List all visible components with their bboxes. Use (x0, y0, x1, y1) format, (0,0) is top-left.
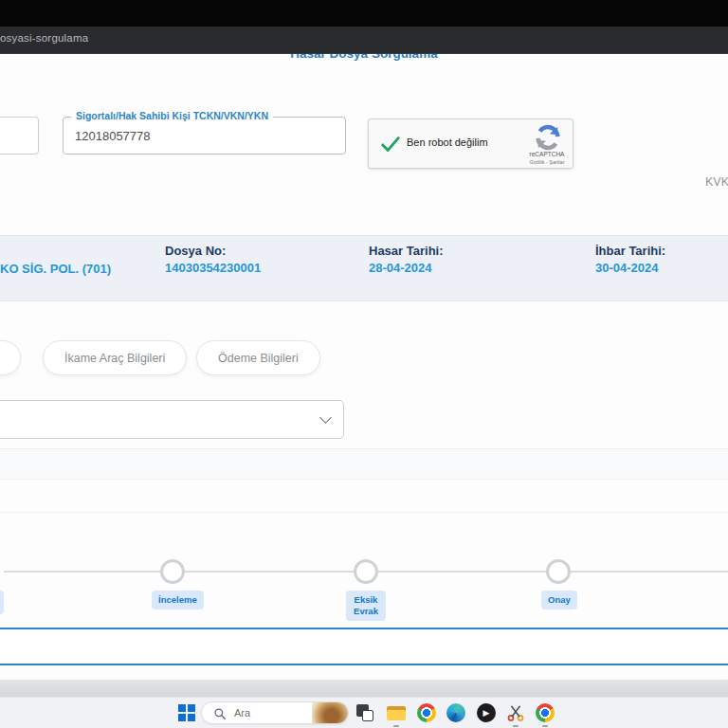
loss-date-label: Hasar Tarihi: (369, 244, 444, 258)
edge-icon (446, 703, 465, 722)
browser-address-bar[interactable]: osyasi-sorgulama (0, 27, 728, 54)
step-circle-inceleme (160, 559, 185, 584)
divider-line (0, 512, 728, 513)
recaptcha-check-icon (380, 134, 401, 155)
screen: osyasi-sorgulama Hasar Dosya Sorgulama S… (0, 0, 728, 728)
file-number-value: 14030354230001 (165, 261, 261, 275)
bordered-content-panel (0, 628, 728, 665)
browser-tab-bar (0, 0, 728, 27)
media-player-button[interactable]: ▶ (476, 702, 497, 723)
step-label-inceleme: İnceleme (152, 591, 204, 610)
section-band (0, 449, 728, 479)
notice-date-value: 30-04-2024 (595, 261, 665, 275)
chrome-icon (417, 703, 436, 722)
chrome-profile-2-button[interactable] (535, 702, 555, 723)
windows-taskbar: Ara ▶ (0, 697, 728, 728)
divider-line (0, 479, 728, 480)
running-indicator (542, 725, 548, 727)
web-page: Hasar Dosya Sorgulama Sigortalı/Hak Sahi… (0, 54, 728, 680)
step-circle-eksik-evrak (354, 559, 378, 584)
desktop-strip (0, 680, 728, 697)
notice-date-label: İhbar Tarihi: (595, 244, 665, 258)
chrome-button[interactable] (416, 702, 437, 723)
step-circle-onay (546, 559, 571, 584)
task-view-button[interactable] (355, 702, 375, 723)
loss-date-value: 28-04-2024 (369, 261, 444, 275)
recaptcha-brand-text: reCAPTCHA (525, 151, 569, 157)
running-indicator (393, 725, 399, 727)
claim-info-band: KO SİG. POL. (701) Dosya No: 14030354230… (0, 235, 728, 301)
recaptcha-label: Ben robot değilim (407, 136, 488, 148)
recaptcha-logo-icon (533, 124, 563, 151)
recaptcha-privacy-terms-link[interactable]: Gizlilik - Şartlar (525, 159, 569, 165)
snipping-tool-button[interactable] (505, 702, 526, 723)
tckn-field-label: Sigortalı/Hak Sahibi Kişi TCKN/VKN/YKN (71, 110, 273, 121)
tckn-input[interactable] (64, 118, 345, 154)
notice-date-column: İhbar Tarihi: 30-04-2024 (595, 244, 665, 275)
tab-ikame-arac-bilgileri[interactable]: İkame Araç Bilgileri (43, 340, 187, 375)
address-url-text[interactable]: osyasi-sorgulama (0, 32, 88, 44)
search-icon (213, 707, 227, 720)
document-select-dropdown[interactable] (0, 400, 344, 439)
file-number-label: Dosya No: (165, 244, 261, 258)
step-label-onay: Onay (541, 591, 577, 610)
running-indicator (513, 725, 519, 727)
edge-button[interactable] (446, 702, 466, 723)
step-label-clipped (0, 591, 4, 614)
windows-start-icon (178, 704, 195, 721)
tab-clipped-left[interactable]: ri (0, 340, 21, 375)
snipping-tool-icon (506, 703, 525, 722)
chrome-profile-2-icon (536, 703, 555, 722)
file-explorer-button[interactable] (386, 702, 407, 723)
tab-odeme-bilgileri[interactable]: Ödeme Bilgileri (196, 340, 320, 375)
bing-daily-image[interactable] (312, 702, 348, 724)
search-placeholder-text: Ara (234, 707, 250, 719)
file-number-column: Dosya No: 14030354230001 (165, 244, 261, 275)
step-label-eksik-evrak: Eksik Evrak (346, 591, 386, 621)
chevron-down-icon (319, 411, 332, 424)
clipped-left-input[interactable] (0, 117, 39, 155)
tckn-field-wrapper: Sigortalı/Hak Sahibi Kişi TCKN/VKN/YKN (63, 117, 346, 155)
file-explorer-icon (386, 702, 407, 723)
kvk-clipped-text: KVK (705, 175, 728, 189)
policy-value[interactable]: KO SİG. POL. (701) (0, 262, 111, 276)
start-button[interactable] (176, 702, 197, 723)
policy-column: KO SİG. POL. (701) (0, 262, 111, 276)
media-player-icon: ▶ (477, 703, 496, 722)
task-view-icon (355, 702, 375, 723)
loss-date-column: Hasar Tarihi: 28-04-2024 (369, 244, 444, 275)
recaptcha-widget[interactable]: Ben robot değilim reCAPTCHA Gizlilik - Ş… (368, 118, 573, 169)
taskbar-search-box[interactable]: Ara (201, 701, 349, 724)
